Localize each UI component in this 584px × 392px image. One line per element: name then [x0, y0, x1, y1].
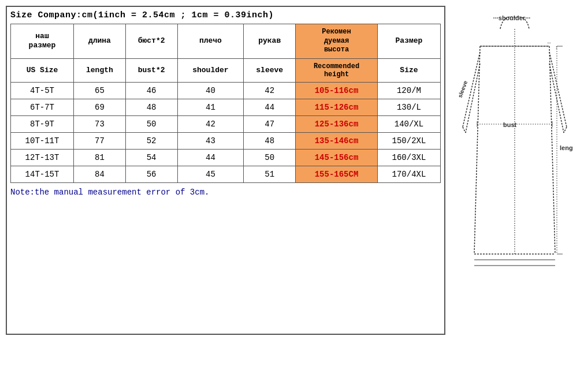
data-cell: 50	[244, 149, 296, 166]
header-row-ru: нашразмер длина бюст*2 плечо рукав Реком…	[11, 24, 441, 59]
coat-diagram-section: ···shoulder··· ↔ length ↕ sleeve bust	[451, 6, 578, 335]
data-cell: 47	[244, 115, 296, 132]
col-header-ru-height: Рекомендуемаявысота	[296, 24, 378, 59]
svg-line-8	[549, 52, 567, 127]
col-header-en-bust: bust*2	[125, 58, 177, 82]
data-cell: 73	[74, 115, 126, 132]
data-cell: 56	[125, 166, 177, 182]
height-cell: 145-156cm	[296, 149, 378, 166]
col-header-ru-shoulder: плечо	[177, 24, 244, 59]
table-row: 12T-13T81544450145-156cm160/3XL	[11, 149, 441, 166]
svg-text:↔: ↔	[546, 40, 552, 46]
size-cell: 6T-7T	[11, 99, 74, 115]
data-cell: 44	[177, 149, 244, 166]
data-cell: 69	[74, 99, 126, 115]
size-table: нашразмер длина бюст*2 плечо рукав Реком…	[10, 24, 441, 183]
col-header-en-sleeve: sleeve	[244, 58, 296, 82]
coat-diagram: ···shoulder··· ↔ length ↕ sleeve bust	[457, 12, 572, 335]
svg-line-7	[463, 127, 466, 133]
data-cell: 160/3XL	[377, 149, 440, 166]
svg-line-1	[474, 46, 480, 254]
height-cell: 125-136cm	[296, 115, 378, 132]
data-cell: 54	[125, 149, 177, 166]
svg-text:↕: ↕	[555, 44, 558, 50]
data-cell: 65	[74, 82, 126, 99]
data-cell: 48	[244, 132, 296, 149]
data-cell: 43	[177, 132, 244, 149]
col-header-ru-length: длина	[74, 24, 126, 59]
table-row: 10T-11T77524348135-146cm150/2XL	[11, 132, 441, 149]
svg-line-10	[564, 127, 567, 133]
data-cell: 150/2XL	[377, 132, 440, 149]
svg-text:···shoulder···: ···shoulder···	[493, 14, 531, 21]
data-cell: 46	[125, 82, 177, 99]
col-header-en-label: Size	[377, 58, 440, 82]
data-cell: 45	[177, 166, 244, 182]
data-cell: 170/4XL	[377, 166, 440, 182]
data-cell: 84	[74, 166, 126, 182]
data-cell: 51	[244, 166, 296, 182]
header-row-en: US Size length bust*2 shoulder sleeve Re…	[11, 58, 441, 82]
main-container: Size Company:cm(1inch = 2.54cm ; 1cm = 0…	[0, 0, 584, 341]
data-cell: 52	[125, 132, 177, 149]
col-header-ru-label: Размер	[377, 24, 440, 59]
data-cell: 77	[74, 132, 126, 149]
data-cell: 42	[244, 82, 296, 99]
data-cell: 44	[244, 99, 296, 115]
size-cell: 8T-9T	[11, 115, 74, 132]
svg-line-2	[549, 46, 555, 254]
col-header-ru-size: нашразмер	[11, 24, 74, 59]
table-row: 4T-5T65464042105-116cm120/M	[11, 82, 441, 99]
col-header-en-length: length	[74, 58, 126, 82]
col-header-ru-bust: бюст*2	[125, 24, 177, 59]
size-cell: 14T-15T	[11, 166, 74, 182]
table-row: 6T-7T69484144115-126cm130/L	[11, 99, 441, 115]
data-cell: 50	[125, 115, 177, 132]
height-cell: 155-165CM	[296, 166, 378, 182]
col-header-ru-sleeve: рукав	[244, 24, 296, 59]
col-header-en-size: US Size	[11, 58, 74, 82]
svg-text:length: length	[560, 144, 572, 151]
svg-text:bust: bust	[503, 121, 517, 128]
svg-text:sleeve: sleeve	[457, 80, 468, 99]
col-header-en-shoulder: shoulder	[177, 58, 244, 82]
height-cell: 135-146cm	[296, 132, 378, 149]
note-text: Note:the manual measurement error of 3cm…	[10, 188, 441, 197]
size-cell: 12T-13T	[11, 149, 74, 166]
data-cell: 140/XL	[377, 115, 440, 132]
page-title: Size Company:cm(1inch = 2.54cm ; 1cm = 0…	[10, 10, 441, 20]
data-cell: 81	[74, 149, 126, 166]
data-cell: 120/M	[377, 82, 440, 99]
data-cell: 48	[125, 99, 177, 115]
table-body: 4T-5T65464042105-116cm120/M6T-7T69484144…	[11, 82, 441, 182]
data-cell: 40	[177, 82, 244, 99]
data-cell: 130/L	[377, 99, 440, 115]
height-cell: 115-126cm	[296, 99, 378, 115]
size-table-section: Size Company:cm(1inch = 2.54cm ; 1cm = 0…	[6, 6, 445, 335]
table-row: 14T-15T84564551155-165CM170/4XL	[11, 166, 441, 182]
height-cell: 105-116cm	[296, 82, 378, 99]
data-cell: 42	[177, 115, 244, 132]
col-header-en-height: Recommendedheight	[296, 58, 378, 82]
data-cell: 41	[177, 99, 244, 115]
size-cell: 4T-5T	[11, 82, 74, 99]
table-row: 8T-9T73504247125-136cm140/XL	[11, 115, 441, 132]
size-cell: 10T-11T	[11, 132, 74, 149]
